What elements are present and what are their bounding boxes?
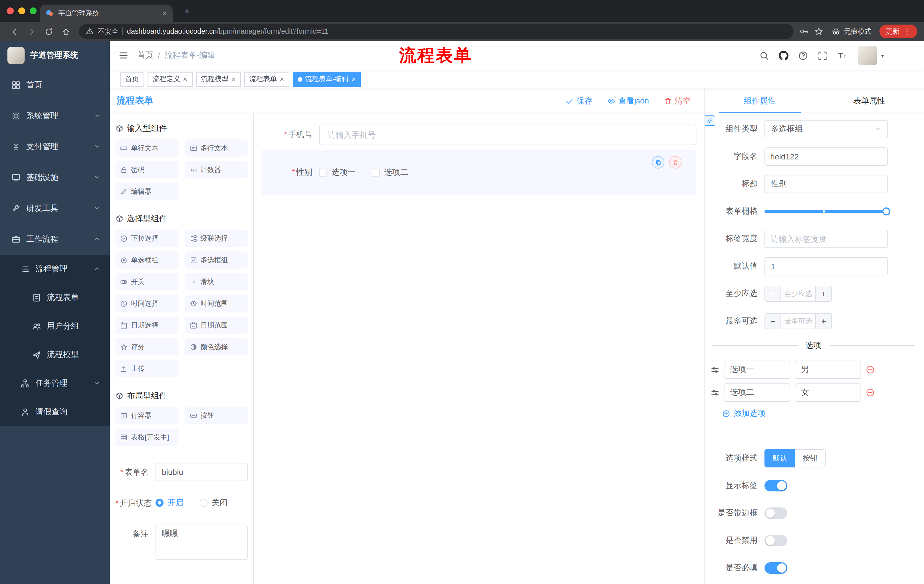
status-radio-off[interactable]: 关闭 [200,498,228,508]
increase-button[interactable]: + [815,286,832,301]
form-grid-slider[interactable] [764,202,888,220]
palette-item[interactable]: 颜色选择 [185,338,248,355]
palette-item[interactable]: 时间范围 [185,295,248,312]
form-field-phone[interactable]: *手机号 [262,125,696,145]
toggle-switch[interactable] [764,480,787,492]
palette-item[interactable]: 上传 [116,360,178,377]
palette-item[interactable]: 密码 [116,161,178,178]
sidebar-item-6[interactable]: 流程管理 [0,255,110,283]
help-button[interactable] [795,47,812,64]
checkbox-option[interactable]: 选项二 [372,168,408,178]
option-value-input[interactable] [795,360,861,379]
sidebar-item-1[interactable]: 系统管理 [0,100,110,132]
add-option-button[interactable]: 添加选项 [722,409,924,419]
palette-item[interactable]: 下拉选择 [116,230,178,247]
tag-1[interactable]: 流程定义× [147,72,192,87]
increase-button[interactable]: + [815,314,832,329]
close-window-button[interactable] [7,7,14,14]
decrease-button[interactable]: − [765,286,781,301]
palette-item[interactable]: 编辑器 [116,183,178,200]
palette-item[interactable]: 日期范围 [185,317,248,334]
sidebar-item-0[interactable]: 首页 [0,70,110,100]
toggle-switch[interactable] [764,507,787,519]
palette-item[interactable]: 日期选择 [116,317,178,334]
sidebar-item-8[interactable]: 用户分组 [0,312,110,341]
tag-4[interactable]: 流程表单-编辑× [293,72,361,87]
fullscreen-button[interactable] [814,47,832,64]
selected-field-gender[interactable]: *性别 选项一选项二 [262,150,696,196]
breadcrumb-home[interactable]: 首页 [137,50,153,61]
close-tab-icon[interactable]: × [162,9,167,17]
home-button[interactable] [58,24,73,39]
remark-textarea[interactable] [155,525,248,560]
sidebar-item-9[interactable]: 流程模型 [0,341,110,369]
checkbox-icon[interactable] [372,169,380,176]
remove-option-icon[interactable] [866,365,875,374]
sidebar-item-3[interactable]: 基础设施 [0,162,110,193]
palette-item[interactable]: 多行文本 [185,140,248,156]
form-canvas[interactable]: *手机号 *性别 选项一选项二 [254,113,705,584]
palette-item[interactable]: 行容器 [116,407,178,424]
palette-item[interactable]: 多选框组 [185,252,248,268]
decrease-button[interactable]: − [765,314,781,329]
forward-button[interactable] [24,24,39,39]
app-logo[interactable]: 芋道管理系统 [0,41,110,70]
save-button[interactable]: 保存 [566,96,592,106]
toggle-switch[interactable] [764,535,787,546]
palette-item[interactable]: 开关 [116,273,178,290]
zoom-window-button[interactable] [30,7,36,14]
palette-item[interactable]: 按钮 [185,407,248,424]
max-select-input[interactable] [781,314,815,329]
bookmark-star-icon[interactable] [814,27,823,36]
component-type-select[interactable]: 多选框组 [764,120,888,138]
palette-item[interactable]: 表格[开发中] [116,429,178,446]
palette-item[interactable]: 评分 [116,338,178,355]
view-json-button[interactable]: 查看json [607,96,649,106]
min-select-input[interactable] [781,286,815,301]
more-menu-icon[interactable]: ⋮ [903,27,911,36]
slider-handle[interactable] [882,207,890,216]
new-tab-button[interactable]: + [180,4,195,19]
sidebar-item-7[interactable]: 流程表单 [0,283,110,312]
tag-0[interactable]: 首页 [120,72,144,87]
field-name-input[interactable] [764,147,888,166]
remove-option-icon[interactable] [866,388,875,397]
sidebar-item-5[interactable]: 工作流程 [0,224,110,255]
search-button[interactable] [756,47,773,64]
status-radio-on[interactable]: 开启 [155,498,183,508]
tab-component-props[interactable]: 组件属性 [705,89,815,113]
close-icon[interactable]: × [231,76,236,83]
link-button[interactable] [705,115,715,126]
checkbox-option[interactable]: 选项一 [319,168,356,178]
title-input[interactable] [764,175,888,193]
tag-3[interactable]: 流程表单× [244,72,289,87]
option-label-input[interactable] [724,360,790,379]
copy-field-button[interactable] [652,156,664,169]
checkbox-icon[interactable] [319,169,327,176]
reload-button[interactable] [41,24,56,39]
style-button-button[interactable]: 按钮 [795,449,826,467]
close-icon[interactable]: × [183,76,187,83]
password-key-icon[interactable] [799,27,808,36]
palette-item[interactable]: 单行文本 [116,140,178,156]
palette-item[interactable]: 时间选择 [116,295,178,312]
default-value-input[interactable] [764,257,888,275]
option-label-input[interactable] [724,383,790,402]
palette-item[interactable]: 滑块 [185,273,248,290]
sidebar-item-2[interactable]: 支付管理 [0,132,110,162]
sidebar-item-11[interactable]: 请假查询 [0,398,110,426]
palette-item[interactable]: 123计数器 [185,161,248,178]
close-icon[interactable]: × [351,76,356,83]
font-size-button[interactable]: TT [834,47,851,64]
avatar[interactable] [858,46,877,65]
form-name-input[interactable] [155,463,248,481]
back-button[interactable] [7,24,22,39]
browser-tab[interactable]: 芋道管理系统 × [40,5,173,22]
tab-form-props[interactable]: 表单属性 [815,89,924,113]
minimize-window-button[interactable] [18,7,25,14]
toggle-switch[interactable] [764,562,787,574]
tag-2[interactable]: 流程模型× [196,72,241,87]
github-button[interactable] [776,47,792,64]
clear-button[interactable]: 清空 [664,96,691,106]
option-value-input[interactable] [795,383,861,402]
